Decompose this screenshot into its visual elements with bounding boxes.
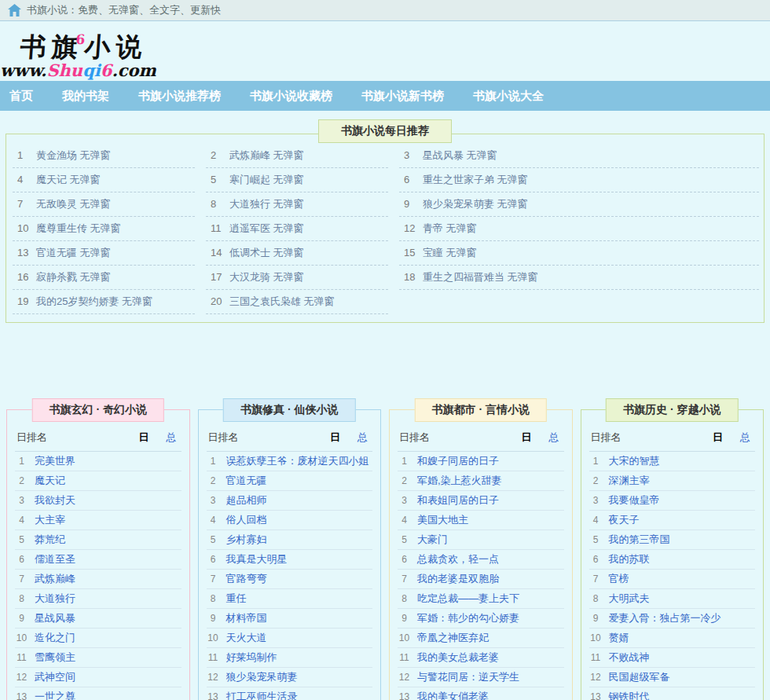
- board-book-link[interactable]: 儒道至圣: [35, 553, 75, 565]
- board-tab-day[interactable]: 日: [713, 431, 723, 445]
- board-book-link[interactable]: 赘婿: [609, 632, 629, 643]
- daily-book-link[interactable]: 逍遥军医 无弹窗: [229, 222, 304, 234]
- daily-book-link[interactable]: 黄金渔场 无弹窗: [36, 149, 111, 161]
- board-tab-total[interactable]: 总: [167, 431, 177, 445]
- board-book-link[interactable]: 官道无疆: [226, 475, 267, 486]
- board-book-link[interactable]: 军婚,染上惹火甜妻: [417, 475, 502, 486]
- board-book-link[interactable]: 星战风暴: [35, 612, 75, 624]
- board-tab-day[interactable]: 日: [330, 431, 340, 445]
- board-book-link[interactable]: 材料帝国: [226, 612, 267, 624]
- daily-book-link[interactable]: 星战风暴 无弹窗: [423, 149, 497, 161]
- nav-item-all-books[interactable]: 书旗小说大全: [473, 89, 544, 104]
- board-tab-total[interactable]: 总: [549, 431, 559, 445]
- board-row: 9星战风暴: [15, 609, 182, 629]
- nav-item-collect-rank[interactable]: 书旗小说收藏榜: [250, 89, 332, 104]
- board-book-link[interactable]: 夜天子: [609, 514, 640, 526]
- daily-book-link[interactable]: 大汉龙骑 无弹窗: [229, 271, 304, 283]
- daily-book-link[interactable]: 宝瞳 无弹窗: [423, 247, 477, 258]
- board-book-link[interactable]: 大主宰: [35, 514, 65, 526]
- board-book-link[interactable]: 钢铁时代: [609, 691, 650, 700]
- nav-item-new-rank[interactable]: 书旗小说新书榜: [361, 89, 444, 104]
- board-header: 日排名日总: [15, 431, 182, 452]
- daily-book-link[interactable]: 低调术士 无弹窗: [229, 247, 304, 258]
- board-book-link[interactable]: 魔天记: [35, 475, 65, 486]
- board-book-link[interactable]: 乡村寡妇: [226, 533, 267, 545]
- board-book-link[interactable]: 深渊主宰: [609, 475, 650, 486]
- daily-book-link[interactable]: 寒门崛起 无弹窗: [229, 174, 304, 185]
- board-book-link[interactable]: 大宋的智慧: [609, 455, 660, 467]
- daily-book-link[interactable]: 寂静杀戮 无弹窗: [36, 271, 111, 283]
- board-book-link[interactable]: 天火大道: [226, 632, 267, 643]
- home-icon[interactable]: [8, 4, 21, 16]
- board-row: 7武炼巅峰: [15, 570, 182, 589]
- board-book-link[interactable]: 我的美女总裁老婆: [417, 651, 499, 663]
- board-book-link[interactable]: 我的美女俏老婆: [417, 691, 489, 700]
- board-book-link[interactable]: 官路弯弯: [226, 573, 267, 585]
- board-rank: 8: [207, 589, 220, 608]
- board-tab-day[interactable]: 日: [522, 431, 532, 445]
- board-book-link[interactable]: 总裁贪欢，轻一点: [417, 553, 499, 565]
- board-book-link[interactable]: 民国超级军备: [609, 671, 670, 683]
- daily-book-link[interactable]: 狼少枭宠呆萌妻 无弹窗: [423, 198, 528, 210]
- board-book-link[interactable]: 莽荒纪: [35, 533, 65, 545]
- board-book-link[interactable]: 误惹妖孽王爷：废材逆天四小姐: [226, 455, 369, 467]
- board-rank: 11: [589, 648, 603, 667]
- board-book-link[interactable]: 打工巫师生活录: [226, 691, 298, 700]
- board-book-link[interactable]: 我欲封天: [35, 494, 75, 506]
- nav-item-recommend-rank[interactable]: 书旗小说推荐榜: [138, 89, 221, 104]
- board-book-link[interactable]: 超品相师: [226, 494, 267, 506]
- daily-item: 8大道独行 无弹窗: [206, 192, 388, 217]
- board-book-link[interactable]: 美国大地主: [417, 514, 468, 526]
- nav-item-home[interactable]: 首页: [9, 89, 33, 104]
- site-logo[interactable]: 书旗6小说 www.Shuqi6.com: [0, 24, 156, 80]
- daily-book-link[interactable]: 三国之袁氏枭雄 无弹窗: [229, 295, 335, 307]
- board-book-link[interactable]: 我真是大明星: [226, 553, 288, 565]
- board-tab-total[interactable]: 总: [740, 431, 750, 445]
- board-book-link[interactable]: 完美世界: [35, 455, 75, 467]
- daily-book-link[interactable]: 武炼巅峰 无弹窗: [229, 149, 304, 161]
- daily-rank: 18: [404, 266, 416, 289]
- board-row: 3我要做皇帝: [589, 491, 756, 511]
- board-book-link[interactable]: 军婚：韩少的勾心娇妻: [417, 612, 519, 624]
- board-book-link[interactable]: 大明武夫: [609, 592, 650, 604]
- board-book-link[interactable]: 大豪门: [417, 533, 448, 545]
- board-book-link[interactable]: 我要做皇帝: [609, 494, 660, 506]
- board-book-link[interactable]: 我的老婆是双胞胎: [417, 573, 499, 585]
- board-list: 1完美世界2魔天记3我欲封天4大主宰5莽荒纪6儒道至圣7武炼巅峰8大道独行9星战…: [15, 452, 182, 700]
- daily-book-link[interactable]: 重生之四福晋难当 无弹窗: [423, 271, 538, 283]
- board-book-link[interactable]: 重任: [226, 592, 247, 604]
- board-row: 4大主宰: [15, 511, 182, 530]
- nav-item-bookshelf[interactable]: 我的书架: [62, 89, 109, 104]
- board-book-link[interactable]: 吃定总裁——妻上夫下: [417, 592, 519, 604]
- board-book-link[interactable]: 我的第三帝国: [609, 533, 670, 545]
- daily-book-link[interactable]: 无敌唤灵 无弹窗: [36, 198, 111, 210]
- board-book-link[interactable]: 爱妻入骨：独占第一冷少: [609, 612, 721, 624]
- daily-book-link[interactable]: 我的25岁契约娇妻 无弹窗: [36, 295, 152, 307]
- daily-rank: 8: [211, 192, 222, 216]
- board-book-link[interactable]: 和嫂子同居的日子: [417, 455, 499, 467]
- daily-book-link[interactable]: 官道无疆 无弹窗: [36, 247, 111, 258]
- board-book-link[interactable]: 造化之门: [35, 632, 75, 643]
- board-book-link[interactable]: 武炼巅峰: [35, 573, 75, 585]
- board-book-link[interactable]: 与警花同居：逆天学生: [417, 671, 519, 683]
- board-book-link[interactable]: 帝凰之神医弃妃: [417, 632, 489, 643]
- board-book-link[interactable]: 我的苏联: [609, 553, 650, 565]
- board-book-link[interactable]: 狼少枭宠呆萌妻: [226, 671, 298, 683]
- board-book-link[interactable]: 雪鹰领主: [35, 651, 75, 663]
- board-book-link[interactable]: 武神空间: [35, 671, 75, 683]
- daily-book-link[interactable]: 重生之世家子弟 无弹窗: [423, 174, 528, 185]
- daily-book-link[interactable]: 青帝 无弹窗: [423, 222, 477, 234]
- board-book-link[interactable]: 和表姐同居的日子: [417, 494, 499, 506]
- board-row: 12与警花同居：逆天学生: [398, 668, 564, 687]
- board-tab-total[interactable]: 总: [358, 431, 368, 445]
- daily-book-link[interactable]: 大道独行 无弹窗: [229, 198, 304, 210]
- board-book-link[interactable]: 不败战神: [609, 651, 650, 663]
- board-book-link[interactable]: 俗人回档: [226, 514, 267, 526]
- board-book-link[interactable]: 好莱坞制作: [226, 651, 277, 663]
- daily-book-link[interactable]: 魔尊重生传 无弹窗: [36, 222, 121, 234]
- board-tab-day[interactable]: 日: [139, 431, 149, 445]
- daily-book-link[interactable]: 魔天记 无弹窗: [36, 174, 101, 185]
- board-book-link[interactable]: 大道独行: [35, 592, 75, 604]
- board-book-link[interactable]: 一世之尊: [35, 691, 75, 700]
- board-book-link[interactable]: 官榜: [609, 573, 629, 585]
